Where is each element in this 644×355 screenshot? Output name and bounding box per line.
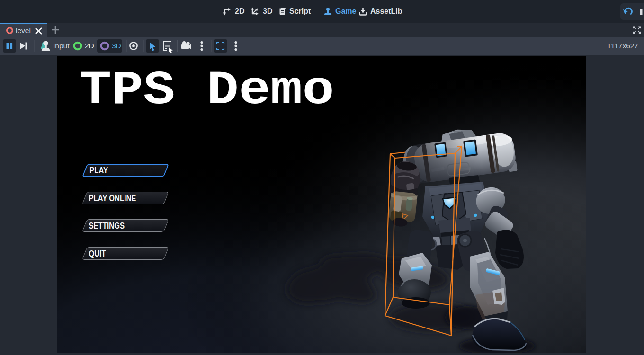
- svg-text:Input: Input: [53, 42, 70, 50]
- svg-text:2D: 2D: [85, 42, 94, 50]
- svg-text:3D: 3D: [112, 42, 121, 50]
- svg-text:1117x627: 1117x627: [607, 42, 638, 50]
- svg-text:level: level: [16, 27, 31, 35]
